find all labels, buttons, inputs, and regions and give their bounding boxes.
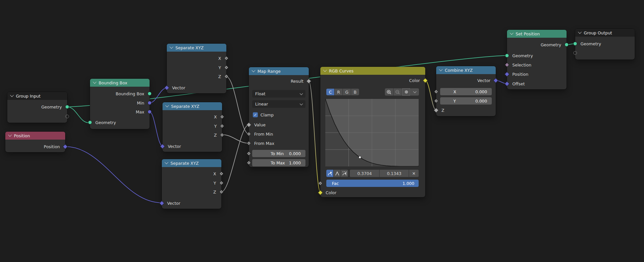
bounding-box-output-socket[interactable] xyxy=(148,92,152,96)
node-group-output[interactable]: Group Output Geometry xyxy=(575,29,635,60)
collapse-chevron-icon[interactable] xyxy=(169,45,173,48)
input-label-vector: Vector xyxy=(168,144,181,149)
collapse-chevron-icon[interactable] xyxy=(93,80,96,83)
delete-point-button[interactable]: ✕ xyxy=(409,170,419,177)
fac-slider[interactable]: Fac 1.000 xyxy=(326,180,419,187)
min-output-socket[interactable] xyxy=(148,101,152,105)
point-icon xyxy=(405,90,408,94)
curve-plot xyxy=(325,99,419,166)
wire-separate1z-to-frommin xyxy=(226,77,249,134)
to-min-field[interactable]: To Min 0.000 xyxy=(252,150,305,157)
collapse-chevron-icon[interactable] xyxy=(252,68,255,72)
clamp-checkbox-row[interactable]: ✓ Clamp xyxy=(253,112,274,117)
collapse-chevron-icon[interactable] xyxy=(439,67,442,71)
node-header[interactable]: Set Position xyxy=(507,30,567,38)
node-map-range[interactable]: Map Range Result Float Linear ✓ Clamp Va… xyxy=(249,67,309,167)
x-label: X xyxy=(453,89,456,94)
point-y-value: 0.1343 xyxy=(387,171,401,176)
handle-auto-button[interactable] xyxy=(326,170,333,177)
handle-auto-clamped-icon xyxy=(342,171,347,176)
extend-input-socket[interactable] xyxy=(574,51,577,55)
node-title: Set Position xyxy=(516,31,540,36)
geometry-input-socket[interactable] xyxy=(88,120,92,124)
zoom-in-icon xyxy=(387,90,391,95)
y-field[interactable]: Y 0.000 xyxy=(440,97,492,105)
geometry-output-socket[interactable] xyxy=(565,43,569,47)
collapse-chevron-icon[interactable] xyxy=(164,160,168,164)
collapse-chevron-icon[interactable] xyxy=(8,133,12,136)
geometry-output-socket[interactable] xyxy=(65,105,69,109)
node-header[interactable]: Separate XYZ xyxy=(162,159,221,167)
node-header[interactable]: Separate XYZ xyxy=(167,44,226,52)
wire-groupinput-to-boundingbox xyxy=(67,107,89,123)
channel-g-button[interactable]: G xyxy=(343,89,351,95)
collapse-chevron-icon[interactable] xyxy=(165,103,169,107)
node-header[interactable]: Group Input xyxy=(7,92,67,100)
y-value: 0.000 xyxy=(475,99,487,104)
zoom-in-button[interactable] xyxy=(385,88,393,96)
wire-result-to-curvescolor xyxy=(309,81,320,192)
input-label-geometry: Geometry xyxy=(580,41,601,46)
chevron-down-icon xyxy=(300,102,303,105)
clamp-checkbox[interactable]: ✓ xyxy=(253,112,258,117)
node-header[interactable]: Group Output xyxy=(575,29,635,37)
clamp-label: Clamp xyxy=(260,112,274,117)
selected-curve-point xyxy=(359,156,361,158)
node-separate-xyz-3[interactable]: Separate XYZ X Y Z Vector xyxy=(162,159,221,209)
data-type-dropdown[interactable]: Float xyxy=(252,90,305,98)
x-field[interactable]: X 0.000 xyxy=(440,88,492,95)
node-editor-canvas[interactable]: Group Input Geometry Position Position B… xyxy=(0,0,644,262)
output-label-y: Y xyxy=(214,124,217,129)
node-title: Group Input xyxy=(16,94,40,99)
node-title: Group Output xyxy=(584,30,612,35)
extend-output-socket[interactable] xyxy=(66,115,69,118)
geometry-input-socket[interactable] xyxy=(505,54,509,58)
sample-point-button[interactable] xyxy=(402,88,410,96)
collapse-chevron-icon[interactable] xyxy=(10,93,14,97)
node-position[interactable]: Position Position xyxy=(5,132,65,152)
channel-c-button[interactable]: C xyxy=(326,89,334,95)
input-label-geometry: Geometry xyxy=(95,120,116,125)
point-x-value: 0.3704 xyxy=(357,171,372,176)
to-min-value: 0.000 xyxy=(289,151,301,156)
node-set-position[interactable]: Set Position Geometry Geometry Selection… xyxy=(507,30,567,89)
fac-label: Fac xyxy=(332,181,339,186)
output-label-bounding-box: Bounding Box xyxy=(115,91,144,96)
node-header[interactable]: Position xyxy=(5,132,65,140)
collapse-chevron-icon[interactable] xyxy=(323,68,327,71)
max-output-socket[interactable] xyxy=(148,110,152,114)
node-header[interactable]: Combine XYZ xyxy=(436,66,496,74)
zoom-out-icon xyxy=(395,90,400,95)
node-rgb-curves[interactable]: RGB Curves Color C R G B xyxy=(320,67,425,197)
point-x-field[interactable]: 0.3704 xyxy=(350,170,379,177)
output-label-x: X xyxy=(214,114,217,119)
point-y-field[interactable]: 0.1343 xyxy=(380,170,409,177)
input-label-offset: Offset xyxy=(512,81,525,86)
node-header[interactable]: RGB Curves xyxy=(320,67,425,75)
channel-r-button[interactable]: R xyxy=(335,89,343,95)
output-label-position: Position xyxy=(44,144,60,149)
geometry-input-socket[interactable] xyxy=(573,42,577,46)
zoom-out-button[interactable] xyxy=(393,88,402,96)
output-label-vector: Vector xyxy=(477,78,490,83)
handle-type-group xyxy=(326,170,348,177)
curve-options-button[interactable] xyxy=(411,88,419,96)
node-header[interactable]: Separate XYZ xyxy=(162,102,222,110)
node-separate-xyz-1[interactable]: Separate XYZ X Y Z Vector xyxy=(167,44,226,93)
handle-auto-clamped-button[interactable] xyxy=(341,170,348,177)
collapse-chevron-icon[interactable] xyxy=(510,31,513,34)
to-max-field[interactable]: To Max 1.000 xyxy=(252,159,305,166)
handle-vector-button[interactable] xyxy=(334,170,341,177)
node-header[interactable]: Map Range xyxy=(249,67,309,75)
node-title: Map Range xyxy=(257,69,281,74)
interpolation-dropdown[interactable]: Linear xyxy=(252,100,305,108)
node-title: Separate XYZ xyxy=(170,161,199,166)
node-bounding-box[interactable]: Bounding Box Bounding Box Min Max Geomet… xyxy=(90,79,150,129)
channel-b-button[interactable]: B xyxy=(351,89,359,95)
curve-widget[interactable] xyxy=(325,99,419,166)
node-group-input[interactable]: Group Input Geometry xyxy=(7,92,67,123)
node-separate-xyz-2[interactable]: Separate XYZ X Y Z Vector xyxy=(162,102,222,152)
collapse-chevron-icon[interactable] xyxy=(578,30,581,33)
node-combine-xyz[interactable]: Combine XYZ Vector X 0.000 Y 0.000 Z xyxy=(436,66,496,116)
node-header[interactable]: Bounding Box xyxy=(90,79,150,87)
